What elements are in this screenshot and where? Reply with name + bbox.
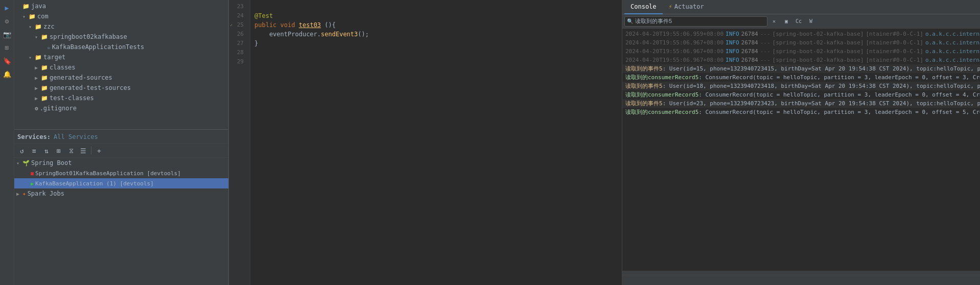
filter-button[interactable]: ⧖ — [65, 145, 77, 156]
pause-button[interactable]: ▣ — [781, 16, 792, 27]
line-num-28: 28 — [229, 48, 247, 57]
console-output: 2024-04-20T19:55:06.959+08:00 INFO 26784… — [622, 29, 980, 271]
tree-label: target — [43, 54, 65, 61]
log-line-5: 读取到的事件5 : User(id=15, phone=132394072341… — [622, 64, 980, 73]
search-input[interactable] — [635, 18, 765, 25]
breakpoint-marker: ✓ — [230, 20, 232, 30]
log-line-7: 读取到的事件5 : User(id=18, phone=132394072341… — [622, 82, 980, 90]
services-bar: Services: All Services — [14, 129, 228, 144]
tree-item-classes[interactable]: ▶ 📁 classes — [14, 62, 228, 73]
tree-label: springboot02kafkabase — [50, 33, 127, 40]
line-num-25: 25 ✓ — [229, 20, 247, 30]
right-panel: 23 24 25 ✓ 26 27 28 29 @Test public void… — [229, 0, 980, 285]
tab-console[interactable]: Console — [624, 0, 663, 14]
sidebar-settings-icon[interactable]: ⚙ — [2, 15, 13, 27]
actuator-tab-label: Actuator — [674, 3, 704, 10]
spark-jobs-item[interactable]: ▶ ✦ Spark Jobs — [14, 188, 228, 199]
code-line-26: eventProducer.sendEvent3(); — [254, 30, 618, 39]
left-panel: 📁 java ▾ 📁 com ▾ 📁 zzc ▾ 📁 springboot02k… — [14, 0, 229, 285]
services-tree: ▾ 🌱 Spring Boot ■ SpringBoot01KafkaBaseA… — [14, 158, 228, 285]
kafkabase-item[interactable]: ▶ KafkaBaseApplication (1) [devtools] — [14, 178, 228, 188]
code-content[interactable]: @Test public void test03 (){ eventProduc… — [250, 0, 622, 285]
code-line-24: @Test — [254, 11, 618, 20]
spring-boot-label: Spring Boot — [31, 159, 72, 167]
file-tree: 📁 java ▾ 📁 com ▾ 📁 zzc ▾ 📁 springboot02k… — [14, 0, 228, 129]
spring-boot-icon: 🌱 — [22, 160, 30, 167]
sidebar-run-icon[interactable]: ▶ — [2, 2, 13, 13]
folder-icon: 📁 — [29, 13, 36, 20]
services-toolbar: ↺ ≡ ⇅ ⊞ ⧖ ☰ + — [14, 144, 228, 158]
tree-item-gen-test-src[interactable]: ▶ 📁 generated-test-sources — [14, 83, 228, 93]
folder-icon: 📁 — [35, 54, 42, 61]
case-button[interactable]: Cc — [793, 16, 804, 27]
folder-icon: 📁 — [41, 75, 48, 81]
folder-icon: 📁 — [41, 95, 48, 102]
line-num-23: 23 — [229, 2, 247, 11]
group-button[interactable]: ⊞ — [53, 145, 64, 156]
tree-label: com — [37, 13, 49, 20]
tree-label: .gitignore — [40, 105, 77, 112]
spark-jobs-label: Spark Jobs — [28, 190, 64, 197]
left-sidebar: ▶ ⚙ 📷 ⊞ 🔖 🔔 — [0, 0, 14, 285]
tree-item-com[interactable]: ▾ 📁 com — [14, 11, 228, 21]
line-numbers: 23 24 25 ✓ 26 27 28 29 — [229, 0, 250, 285]
toolbar-separator — [91, 147, 91, 155]
actuator-icon: ⚡ — [669, 3, 672, 10]
line-num-29: 29 — [229, 57, 247, 66]
springboot01-label: SpringBoot01KafkaBaseApplication [devtoo… — [35, 170, 181, 177]
run-icon: ▶ — [31, 181, 34, 186]
kafkabase-label: KafkaBaseApplication (1) [devtools] — [35, 180, 154, 187]
java-file-icon: ☕ — [47, 44, 51, 51]
springboot01-item[interactable]: ■ SpringBoot01KafkaBaseApplication [devt… — [14, 168, 228, 178]
log-line-4: 2024-04-20T19:55:06.967+08:00 INFO 26784… — [622, 56, 980, 64]
clear-button[interactable]: ✕ — [768, 16, 780, 27]
tree-item-target[interactable]: ▾ 📁 target — [14, 52, 228, 62]
tree-item-kafkatest[interactable]: ☕ KafkaBaseApplicationTests — [14, 42, 228, 52]
log-line-6: 读取到的consumerRecord5 : ConsumerRecord(top… — [622, 73, 980, 82]
sidebar-notification-icon[interactable]: 🔔 — [2, 68, 13, 80]
console-tab-label: Console — [631, 3, 657, 10]
tree-item-gitignore[interactable]: ⚙ .gitignore — [14, 103, 228, 113]
code-line-23 — [254, 2, 618, 11]
line-num-27: 27 — [229, 39, 247, 48]
word-button[interactable]: W — [805, 16, 816, 27]
services-label: Services: — [17, 133, 51, 140]
log-line-9: 读取到的事件5 : User(id=23, phone=132394072342… — [622, 99, 980, 108]
tree-label: KafkaBaseApplicationTests — [52, 43, 145, 51]
refresh-button[interactable]: ↺ — [16, 145, 28, 156]
search-icon: 🔍 — [627, 18, 633, 24]
console-panel: Console ⚡ Actuator ⚙ 🔧 🔍 ✕ ▣ Cc W 1/3 — [622, 0, 980, 285]
menu-button[interactable]: ☰ — [78, 145, 89, 156]
log-line-10: 读取到的consumerRecord5 : ConsumerRecord(top… — [622, 108, 980, 116]
list-button[interactable]: ≡ — [29, 145, 40, 156]
line-num-24: 24 — [229, 11, 247, 20]
sidebar-camera-icon[interactable]: 📷 — [2, 29, 13, 40]
spring-boot-item[interactable]: ▾ 🌱 Spring Boot — [14, 158, 228, 168]
tree-label: classes — [50, 64, 76, 71]
console-bottom-bar: CSDN @Libra_97... — [622, 275, 980, 285]
tree-label: java — [31, 3, 46, 10]
all-services-link[interactable]: All Services — [54, 133, 98, 140]
add-button[interactable]: + — [94, 145, 105, 156]
sort-button[interactable]: ⇅ — [41, 145, 52, 156]
line-num-26: 26 — [229, 30, 247, 39]
console-tabs: Console ⚡ Actuator ⚙ 🔧 — [622, 0, 980, 14]
log-line-3: 2024-04-20T19:55:06.967+08:00 INFO 26784… — [622, 47, 980, 56]
sidebar-layout-icon[interactable]: ⊞ — [2, 42, 13, 53]
search-box[interactable]: 🔍 — [624, 16, 767, 27]
tree-item-zzc[interactable]: ▾ 📁 zzc — [14, 21, 228, 32]
tree-item-springboot[interactable]: ▾ 📁 springboot02kafkabase — [14, 32, 228, 42]
sidebar-bookmark-icon[interactable]: 🔖 — [2, 55, 13, 66]
tree-label: generated-sources — [50, 74, 112, 81]
tree-item-gen-src[interactable]: ▶ 📁 generated-sources — [14, 73, 228, 83]
console-toolbar: 🔍 ✕ ▣ Cc W 1/3 ↓ ↑₁ ↑ᵢ ↑ᵢᵢ ⬜ ▽ — [622, 14, 980, 29]
tree-item-java[interactable]: 📁 java — [14, 1, 228, 11]
git-icon: ⚙ — [35, 105, 38, 112]
code-editor: 23 24 25 ✓ 26 27 28 29 @Test public void… — [229, 0, 622, 285]
tree-label: zzc — [43, 23, 55, 30]
tab-actuator[interactable]: ⚡ Actuator — [663, 0, 710, 14]
folder-icon: 📁 — [22, 3, 30, 10]
tree-item-test-classes[interactable]: ▶ 📁 test-classes — [14, 93, 228, 103]
code-line-29 — [254, 57, 618, 66]
scrollbar[interactable] — [622, 271, 980, 275]
